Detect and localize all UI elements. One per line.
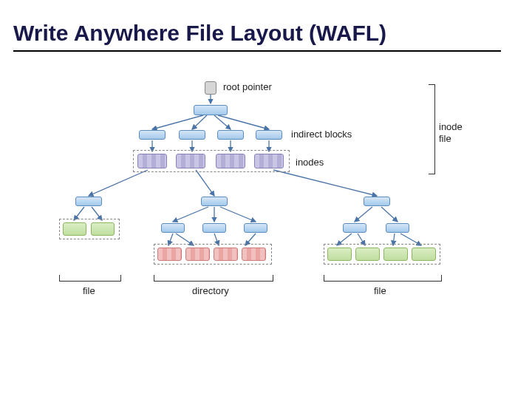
svg-line-2 xyxy=(192,115,207,129)
dir-block xyxy=(242,248,266,261)
inode-file-bracket xyxy=(429,84,435,174)
data-block xyxy=(327,248,352,261)
data-block xyxy=(412,248,436,261)
svg-line-11 xyxy=(273,170,377,196)
dir-indirect xyxy=(244,223,267,233)
svg-line-22 xyxy=(381,207,398,222)
svg-line-21 xyxy=(355,207,372,222)
file-right-label: file xyxy=(374,285,386,296)
file-root-left xyxy=(75,197,102,206)
directory-bracket xyxy=(154,275,273,282)
indirect-blocks-label: indirect blocks xyxy=(291,129,352,140)
inode-block xyxy=(216,154,245,168)
data-block xyxy=(63,222,86,236)
root-pointer-node xyxy=(205,81,216,95)
dir-block xyxy=(157,248,182,261)
dir-block xyxy=(214,248,238,261)
directory-label: directory xyxy=(192,285,229,296)
wafl-diagram: root pointer indirect blocks inodes inod… xyxy=(59,74,473,318)
dir-root xyxy=(201,197,228,206)
svg-line-16 xyxy=(220,207,256,222)
indirect-block-l1 xyxy=(194,105,228,115)
inode-block xyxy=(254,154,284,168)
svg-line-9 xyxy=(89,170,148,196)
indirect-block xyxy=(217,130,244,140)
svg-line-14 xyxy=(173,207,208,222)
data-block xyxy=(91,222,115,236)
svg-line-1 xyxy=(152,115,203,129)
data-block xyxy=(355,248,380,261)
inode-file-label: inodefile xyxy=(439,121,463,144)
file-left-bracket xyxy=(59,275,121,282)
file-right-bracket xyxy=(324,275,442,282)
page-title: Write Anywhere File Layout (WAFL) xyxy=(13,21,386,46)
title-underline xyxy=(13,50,501,52)
svg-line-4 xyxy=(218,115,269,129)
root-pointer-label: root pointer xyxy=(223,81,272,92)
file-indirect xyxy=(386,223,409,233)
svg-line-3 xyxy=(214,115,231,129)
inodes-label: inodes xyxy=(296,157,324,168)
dir-indirect xyxy=(161,223,185,233)
indirect-block xyxy=(139,130,166,140)
inode-block xyxy=(137,154,167,168)
dir-block xyxy=(185,248,210,261)
indirect-block xyxy=(256,130,282,140)
inode-block xyxy=(176,154,205,168)
data-block xyxy=(383,248,408,261)
file-indirect xyxy=(343,223,366,233)
svg-line-10 xyxy=(196,170,214,196)
file-root-right xyxy=(364,197,390,206)
indirect-block xyxy=(179,130,205,140)
dir-indirect xyxy=(202,223,226,233)
file-left-label: file xyxy=(83,285,95,296)
